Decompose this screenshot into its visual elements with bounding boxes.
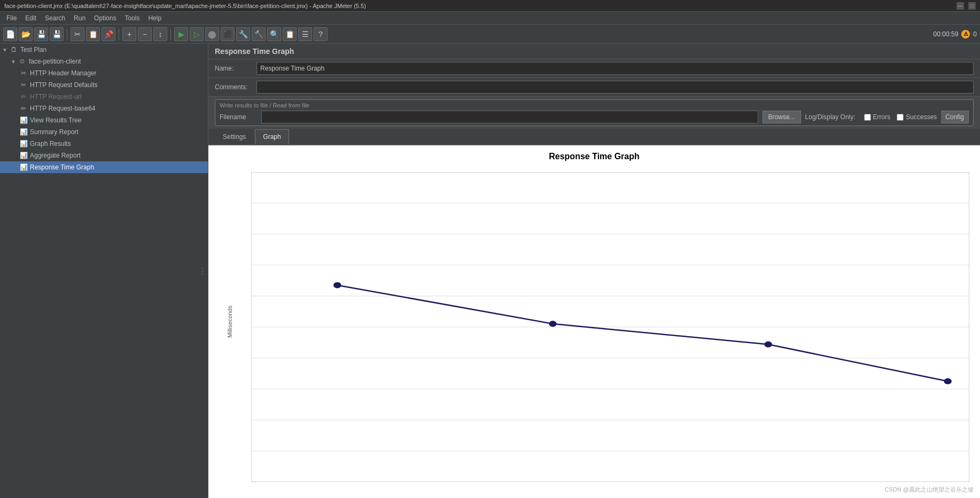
menu-run[interactable]: Run xyxy=(69,13,90,23)
remove-button[interactable]: − xyxy=(138,27,152,41)
sidebar-label-face: face-petition-client xyxy=(29,58,81,65)
toolbar-time-area: 00:00:59 ⚠ 0 xyxy=(934,30,977,38)
browse-button[interactable]: Browse... xyxy=(763,111,801,123)
sidebar-item-graph-results[interactable]: 📊 Graph Results xyxy=(0,138,208,150)
sidebar: ▼ 🗒 Test Plan ▼ ⚙ face-petition-client ✂… xyxy=(0,44,208,498)
separator-2 xyxy=(119,28,119,40)
help-button[interactable]: ? xyxy=(314,27,328,41)
errors-checkbox[interactable] xyxy=(864,114,871,121)
maximize-button[interactable]: □ xyxy=(968,2,976,10)
sidebar-item-http-request-url[interactable]: ✏ HTTP Request-url xyxy=(0,91,208,103)
copy-button[interactable]: 📋 xyxy=(86,27,100,41)
window-controls: — □ xyxy=(956,2,976,10)
sidebar-item-test-plan[interactable]: ▼ 🗒 Test Plan xyxy=(0,44,208,56)
new-button[interactable]: 📄 xyxy=(3,27,17,41)
name-label: Name: xyxy=(215,65,252,72)
wrench-icon-2: ✂ xyxy=(19,81,28,89)
successes-checkbox[interactable] xyxy=(897,114,904,121)
comments-input[interactable] xyxy=(256,81,974,94)
title-bar: face-petition-client.jmx (E:\quadtalent\… xyxy=(0,0,980,12)
template-button[interactable]: 📋 xyxy=(283,27,297,41)
add-button[interactable]: + xyxy=(122,27,136,41)
config-button[interactable]: Config xyxy=(941,111,969,123)
warning-badge: ⚠ xyxy=(961,30,970,38)
window-title: face-petition-client.jmx (E:\quadtalent\… xyxy=(4,3,366,9)
sidebar-label-response-time: Response Time Graph xyxy=(30,164,94,171)
svg-point-13 xyxy=(549,321,556,327)
run-button[interactable]: ▶ xyxy=(174,27,188,41)
main-container: ▼ 🗒 Test Plan ▼ ⚙ face-petition-client ✂… xyxy=(0,44,980,498)
menu-search[interactable]: Search xyxy=(41,13,69,23)
sidebar-item-response-time-graph[interactable]: 📊 Response Time Graph xyxy=(0,161,208,173)
sidebar-divider[interactable]: ⋮ xyxy=(197,264,208,278)
tab-bar: Settings Graph xyxy=(208,129,980,145)
toolbar: 📄 📂 💾 💾 ✂ 📋 📌 + − ↕ ▶ ▷ ⬤ ⬛ 🔧 🔨 🔍 📋 ☰ ? … xyxy=(0,25,980,44)
sidebar-label-http-header: HTTP Header Manager xyxy=(30,69,97,77)
tab-graph[interactable]: Graph xyxy=(255,129,289,145)
name-input[interactable] xyxy=(256,62,974,75)
chart-icon-5: 📊 xyxy=(19,163,28,172)
menu-edit[interactable]: Edit xyxy=(21,13,41,23)
file-section-title: Write results to file / Read from file xyxy=(220,102,969,108)
comments-label: Comments: xyxy=(215,83,252,91)
sidebar-label-aggregate: Aggregate Report xyxy=(30,152,81,159)
minimize-button[interactable]: — xyxy=(956,2,964,10)
paste-button[interactable]: 📌 xyxy=(102,27,115,41)
chart-icon-3: 📊 xyxy=(19,139,28,148)
menu-help[interactable]: Help xyxy=(144,13,166,23)
warn-count: 0 xyxy=(973,30,977,38)
file-row: Filename Browse... Log/Display Only: Err… xyxy=(220,111,969,123)
menu-tools[interactable]: Tools xyxy=(120,13,144,23)
pencil-icon-2: ✏ xyxy=(19,104,28,113)
sidebar-item-aggregate-report[interactable]: 📊 Aggregate Report xyxy=(0,150,208,161)
move-button[interactable]: ↕ xyxy=(153,27,167,41)
successes-checkbox-label[interactable]: Successes xyxy=(897,113,937,121)
panel-header: Response Time Graph xyxy=(208,44,980,59)
sidebar-label-summary: Summary Report xyxy=(30,128,79,136)
graph-svg: 20,000 18,000 16,000 14,000 12,000 10,00… xyxy=(251,172,969,482)
sidebar-label-results-tree: View Results Tree xyxy=(30,116,82,124)
cut-button[interactable]: ✂ xyxy=(71,27,84,41)
function-helper-button[interactable]: ☰ xyxy=(298,27,312,41)
menu-options[interactable]: Options xyxy=(90,13,120,23)
file-section: Write results to file / Read from file F… xyxy=(215,99,974,126)
sidebar-item-summary-report[interactable]: 📊 Summary Report xyxy=(0,126,208,138)
remote-start-button[interactable]: 🔧 xyxy=(236,27,250,41)
successes-label: Successes xyxy=(906,113,937,121)
chart-icon-2: 📊 xyxy=(19,128,28,136)
gear-icon: ⚙ xyxy=(18,57,27,66)
sidebar-item-http-header-manager[interactable]: ✂ HTTP Header Manager xyxy=(0,67,208,79)
sidebar-label-http-base64: HTTP Request-base64 xyxy=(30,105,96,112)
run-no-pause-button[interactable]: ▷ xyxy=(190,27,204,41)
y-axis-label: Milliseconds xyxy=(227,306,233,338)
checkbox-group: Errors Successes xyxy=(864,113,937,121)
separator-1 xyxy=(67,28,67,40)
filename-input[interactable] xyxy=(261,111,758,123)
wrench-icon-1: ✂ xyxy=(19,69,28,77)
pencil-icon-1: ✏ xyxy=(19,92,28,101)
remote-all-button[interactable]: 🔍 xyxy=(267,27,281,41)
svg-point-15 xyxy=(944,378,951,385)
tab-settings[interactable]: Settings xyxy=(215,129,254,145)
sidebar-item-face-petition-client[interactable]: ▼ ⚙ face-petition-client xyxy=(0,56,208,67)
remote-stop-button[interactable]: 🔨 xyxy=(252,27,266,41)
sidebar-item-http-request-defaults[interactable]: ✂ HTTP Request Defaults xyxy=(0,79,208,91)
stop-now-button[interactable]: ⬛ xyxy=(221,27,235,41)
save-as-button[interactable]: 💾 xyxy=(34,27,48,41)
chart-icon-1: 📊 xyxy=(19,116,28,124)
watermark: CSDN @愿此之山绝望之谷乐之坡 xyxy=(885,486,974,494)
elapsed-time: 00:00:59 xyxy=(934,30,959,38)
sidebar-item-view-results-tree[interactable]: 📊 View Results Tree xyxy=(0,114,208,126)
sidebar-item-http-request-base64[interactable]: ✏ HTTP Request-base64 xyxy=(0,103,208,114)
errors-checkbox-label[interactable]: Errors xyxy=(864,113,891,121)
content-area: Response Time Graph Name: Comments: Writ… xyxy=(208,44,980,498)
errors-label: Errors xyxy=(873,113,891,121)
save-button[interactable]: 💾 xyxy=(50,27,64,41)
stop-button[interactable]: ⬤ xyxy=(205,27,219,41)
expand-icon-test-plan: ▼ xyxy=(2,47,7,53)
menu-file[interactable]: File xyxy=(2,13,21,23)
open-button[interactable]: 📂 xyxy=(19,27,33,41)
panel-title: Response Time Graph xyxy=(215,47,294,56)
filename-label: Filename xyxy=(220,113,257,121)
sidebar-label-test-plan: Test Plan xyxy=(20,46,46,53)
